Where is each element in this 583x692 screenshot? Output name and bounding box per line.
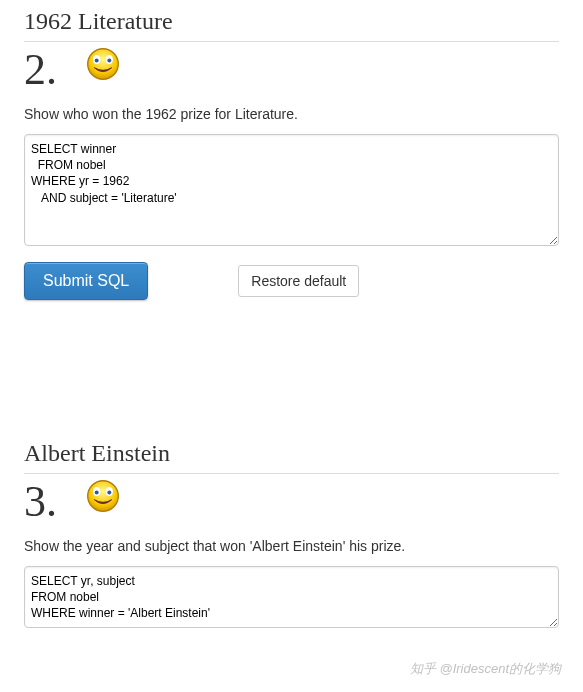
svg-point-3 — [95, 58, 99, 62]
sql-input[interactable] — [24, 566, 559, 628]
button-row: Submit SQL Restore default — [24, 262, 559, 300]
number-row: 3. — [24, 480, 559, 524]
exercise-title: Albert Einstein — [24, 440, 559, 474]
svg-point-5 — [88, 481, 119, 512]
smiley-icon — [85, 478, 121, 514]
exercise-description: Show who won the 1962 prize for Literatu… — [24, 106, 559, 122]
sql-input[interactable] — [24, 134, 559, 246]
exercise-title: 1962 Literature — [24, 8, 559, 42]
restore-button[interactable]: Restore default — [238, 265, 359, 297]
svg-point-4 — [107, 58, 111, 62]
submit-button[interactable]: Submit SQL — [24, 262, 148, 300]
exercise-block: Albert Einstein 3. Sho — [24, 440, 559, 632]
smiley-icon — [85, 46, 121, 82]
svg-point-9 — [107, 490, 111, 494]
watermark-text: 知乎 @Iridescent的化学狗 — [410, 660, 561, 678]
exercise-number: 2. — [24, 48, 57, 92]
svg-point-8 — [95, 490, 99, 494]
exercise-description: Show the year and subject that won 'Albe… — [24, 538, 559, 554]
number-row: 2. — [24, 48, 559, 92]
exercise-number: 3. — [24, 480, 57, 524]
exercise-block: 1962 Literature 2. Sho — [24, 8, 559, 300]
svg-point-0 — [88, 49, 119, 80]
